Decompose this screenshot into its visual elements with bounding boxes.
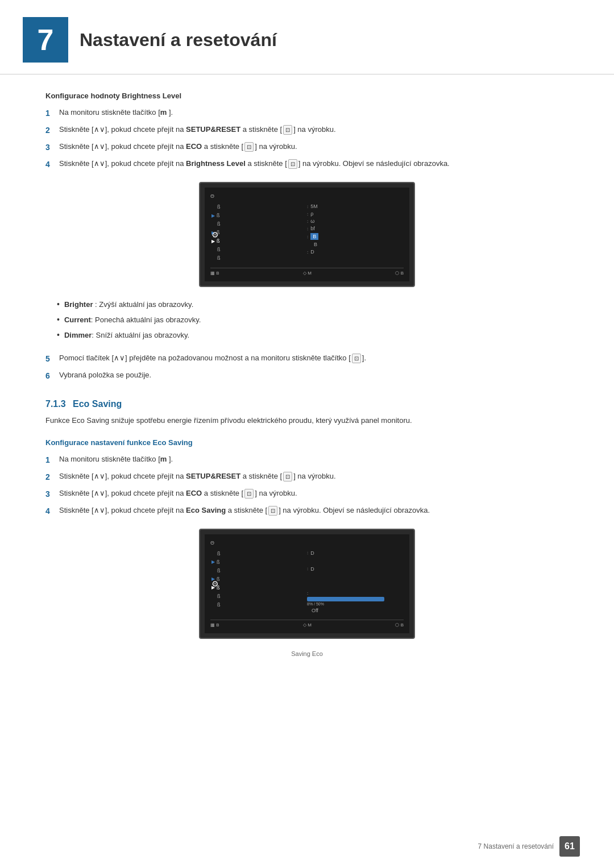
bullet-list-1: • Brighter : Zvýší aktuální jas obrazovk… <box>57 298 569 341</box>
section1-steps-cont: 5 Pomocí tlačítek [∧∨] přejděte na požad… <box>45 352 569 382</box>
monitor-menu-item-selected: ▶ß <box>210 584 297 591</box>
monitor-bottom-bar-2: ▦ B ◇ M ⬡ B <box>210 620 404 628</box>
enter-icon: ⊡ <box>352 354 361 363</box>
section1-steps: 1 Na monitoru stiskněte tlačítko [m ]. 2… <box>45 107 569 171</box>
enter-icon: ⊡ <box>288 159 297 169</box>
enter-icon: ⊡ <box>268 506 277 516</box>
enter-icon: ⊡ <box>283 472 292 481</box>
list-item: 1 Na monitoru stiskněte tlačítko [m ]. <box>45 454 569 466</box>
monitor-top-label-2: Θ <box>210 540 404 546</box>
section1-heading: Konfigurace hodnoty Brightness Level <box>45 92 569 100</box>
monitor-menu-item: ß <box>210 255 297 261</box>
enter-icon: ⊡ <box>283 125 292 135</box>
monitor-menu-item: ß <box>210 221 297 227</box>
section2-steps: 1 Na monitoru stiskněte tlačítko [m ]. 2… <box>45 454 569 517</box>
chapter-header: 7 Nastavení a resetování <box>0 0 614 74</box>
list-item: 4 Stiskněte [∧∨], pokud chcete přejít na… <box>45 158 569 171</box>
list-item: 2 Stiskněte [∧∨], pokud chcete přejít na… <box>45 124 569 136</box>
list-item: • Current: Ponechá aktuální jas obrazovk… <box>57 314 569 326</box>
list-item: 1 Na monitoru stiskněte tlačítko [m ]. <box>45 107 569 119</box>
monitor-menu-item: ▶ß <box>210 212 297 219</box>
page-number: 61 <box>559 836 580 857</box>
saving-eco-label: Saving Eco <box>45 650 569 657</box>
monitor-menu-item: ▶ß <box>210 576 297 583</box>
subsection-description: Funkce Eco Saving snižuje spotřebu energ… <box>45 415 569 427</box>
subsection-title: 7.1.3 Eco Saving <box>45 399 569 409</box>
chapter-number: 7 <box>23 17 68 63</box>
monitor-right-values-2: : D : D : 8% / 50% <box>307 550 404 615</box>
monitor-left-menu-2: ß ▶ß ß ▶ß ▶ß ß <box>210 550 297 615</box>
section2-heading: Konfigurace nastavení funkce Eco Saving <box>45 438 569 447</box>
monitor-mockup-2: Θ ß ▶ß ß ▶ß ▶ß <box>199 529 415 639</box>
monitor-menu-item: ß <box>210 567 297 574</box>
monitor-menu-item: ▶ß <box>210 559 297 566</box>
monitor-menu-item: ß <box>210 593 297 600</box>
monitor-menu-item: ß <box>210 601 297 608</box>
list-item: • Brighter : Zvýší aktuální jas obrazovk… <box>57 298 569 310</box>
monitor-highlight-value: B <box>310 233 318 240</box>
list-item: 2 Stiskněte [∧∨], pokud chcete přejít na… <box>45 471 569 483</box>
chapter-title: Nastavení a resetování <box>80 30 277 51</box>
monitor-left-menu: ß ▶ß ß ▶ß ▶ß ß <box>210 203 297 263</box>
enter-icon: ⊡ <box>244 142 254 152</box>
monitor-menu-item: ß <box>210 203 297 210</box>
main-content: Konfigurace hodnoty Brightness Level 1 N… <box>0 92 614 691</box>
monitor-menu-item: ß <box>210 246 297 253</box>
monitor-menu-item: ß <box>210 550 297 557</box>
list-item: • Dimmer: Sníží aktuální jas obrazovky. <box>57 329 569 341</box>
enter-icon: ⊡ <box>244 489 254 499</box>
monitor-top-label: Θ <box>210 193 404 199</box>
footer-chapter-text: 7 Nastavení a resetování <box>478 842 554 850</box>
list-item: 5 Pomocí tlačítek [∧∨] přejděte na požad… <box>45 352 569 365</box>
monitor-right-values: : 5M : ρ : ω : bf <box>307 203 404 263</box>
monitor-menu-item: ▶ß <box>210 229 297 236</box>
list-item: 4 Stiskněte [∧∨], pokud chcete přejít na… <box>45 505 569 517</box>
page-footer: 7 Nastavení a resetování 61 <box>478 836 580 857</box>
list-item: 3 Stiskněte [∧∨], pokud chcete přejít na… <box>45 488 569 500</box>
monitor-mockup-1: Θ ß ▶ß ß ▶ß ▶ß <box>199 182 415 287</box>
list-item: 6 Vybraná položka se použije. <box>45 369 569 382</box>
monitor-bottom-bar: ▦ B ◇ M ⬡ B <box>210 268 404 276</box>
list-item: 3 Stiskněte [∧∨], pokud chcete přejít na… <box>45 141 569 153</box>
monitor-menu-item-selected: ▶ß <box>210 238 297 244</box>
